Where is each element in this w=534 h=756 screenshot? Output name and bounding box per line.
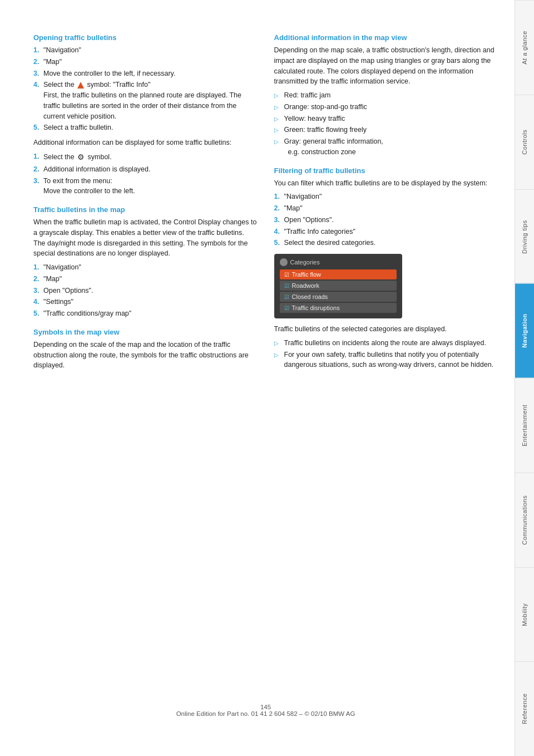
page-container: Opening traffic bulletins 1. "Navigation…: [0, 0, 534, 756]
opening-traffic-title: Opening traffic bulletins: [33, 33, 258, 42]
list-item: 2. "Map": [33, 274, 258, 284]
additional-steps-list: 1. Select the ⚙ symbol. 2. Additional in…: [33, 151, 258, 197]
sidebar-item-controls[interactable]: Controls: [515, 95, 534, 189]
traffic-bulletins-map-title: Traffic bulletins in the map: [33, 205, 258, 214]
filtering-title: Filtering of traffic bulletins: [274, 166, 498, 175]
cat-label: Roadwork: [292, 282, 320, 289]
step-num: 5.: [33, 308, 39, 319]
cat-label: Closed roads: [292, 293, 328, 300]
sidebar-item-reference[interactable]: Reference: [515, 661, 534, 756]
cat-icon: [280, 258, 288, 266]
step-num: 2.: [274, 203, 280, 214]
traffic-selected-text: Traffic bulletins of the selected catego…: [274, 324, 498, 335]
left-column: Opening traffic bulletins 1. "Navigation…: [33, 33, 258, 693]
menu-symbol: ⚙: [77, 151, 85, 163]
list-item: 1. "Navigation": [33, 262, 258, 273]
list-item: 3. Open "Options".: [274, 215, 498, 225]
right-column: Additional information in the map view D…: [274, 33, 498, 693]
cat-item-traffic-flow: ☑ Traffic flow: [280, 269, 397, 279]
list-item: Yellow: heavy traffic: [274, 114, 498, 124]
color-bullets-list: Red: traffic jam Orange: stop-and-go tra…: [274, 90, 498, 158]
list-item: Gray: general traffic information, e.g. …: [274, 136, 498, 158]
step-num: 2.: [33, 164, 39, 175]
traffic-map-steps-list: 1. "Navigation" 2. "Map" 3. Open "Option…: [33, 262, 258, 319]
page-number: 145: [33, 704, 498, 710]
list-item: Green: traffic flowing freely: [274, 125, 498, 135]
traffic-bulletins-map-text: When the traffic bulletin map is activat…: [33, 217, 258, 259]
list-item: 5. Select the desired categories.: [274, 238, 498, 248]
symbols-map-title: Symbols in the map view: [33, 328, 258, 336]
opening-steps-list: 1. "Navigation" 2. "Map" 3. Move the con…: [33, 45, 258, 133]
step-num: 3.: [33, 286, 39, 296]
check-icon: ☑: [284, 272, 289, 278]
filtering-steps-list: 1. "Navigation" 2. "Map" 3. Open "Option…: [274, 192, 498, 248]
cat-label: Traffic flow: [292, 271, 322, 278]
list-item: 2. Additional information is displayed.: [33, 164, 258, 175]
list-item: 3. To exit from the menu:Move the contro…: [33, 176, 258, 197]
list-item: 5. Select a traffic bulletin.: [33, 122, 258, 133]
step-num: 1.: [274, 192, 280, 202]
sidebar-item-navigation[interactable]: Navigation: [515, 283, 534, 378]
sidebar-item-communications[interactable]: Communications: [515, 473, 534, 567]
list-item: Orange: stop-and-go traffic: [274, 102, 498, 112]
list-item: 5. "Traffic conditions/gray map": [33, 308, 258, 319]
cat-item-traffic-disruptions: ☑ Traffic disruptions: [280, 303, 397, 313]
step-num: 3.: [33, 68, 39, 79]
list-item: 3. Move the controller to the left, if n…: [33, 68, 258, 79]
sidebar-item-entertainment[interactable]: Entertainment: [515, 378, 534, 473]
page-footer: 145 Online Edition for Part no. 01 41 2 …: [33, 693, 498, 723]
cat-item-closed-roads: ☑ Closed roads: [280, 292, 397, 302]
list-item: 4. "Settings": [33, 297, 258, 307]
list-item: Traffic bulletins on incidents along the…: [274, 338, 498, 348]
symbols-map-text: Depending on the scale of the map and th…: [33, 340, 258, 371]
step-num: 5.: [274, 238, 280, 248]
step-num: 1.: [33, 262, 39, 273]
list-item: For your own safety, traffic bulletins t…: [274, 350, 498, 371]
list-item: 4. Select the symbol: "Traffic Info" Fir…: [33, 80, 258, 121]
list-item: 1. Select the ⚙ symbol.: [33, 151, 258, 163]
step-num: 4.: [274, 227, 280, 237]
step-num: 1.: [33, 45, 39, 56]
additional-intro: Additional information can be displayed …: [33, 138, 258, 148]
step-num: 3.: [33, 176, 39, 186]
list-item: 3. Open "Options".: [33, 286, 258, 296]
list-item: 1. "Navigation": [274, 192, 498, 202]
step-num: 5.: [33, 122, 39, 133]
step-num: 1.: [33, 151, 39, 162]
cat-item-roadwork: ☑ Roadwork: [280, 281, 397, 291]
triangle-symbol: [77, 82, 84, 89]
list-item: 4. "Traffic Info categories": [274, 227, 498, 237]
categories-screenshot: Categories ☑ Traffic flow ☑ Roadwork ☑ C…: [274, 254, 402, 318]
step-num: 3.: [274, 215, 280, 225]
check-icon: ☑: [284, 294, 289, 300]
categories-label: Categories: [290, 259, 320, 266]
main-content: Opening traffic bulletins 1. "Navigation…: [0, 0, 515, 756]
two-columns: Opening traffic bulletins 1. "Navigation…: [33, 33, 498, 693]
sidebar-item-at-a-glance[interactable]: At a glance: [515, 0, 534, 95]
additional-info-text: Depending on the map scale, a traffic ob…: [274, 45, 498, 87]
step-num: 4.: [33, 297, 39, 307]
check-icon: ☑: [284, 283, 289, 289]
copyright-text: Online Edition for Part no. 01 41 2 604 …: [33, 710, 498, 717]
additional-info-title: Additional information in the map view: [274, 33, 498, 42]
list-item: 2. "Map": [33, 57, 258, 67]
list-item: Red: traffic jam: [274, 90, 498, 101]
sidebar-item-driving-tips[interactable]: Driving tips: [515, 189, 534, 284]
check-icon: ☑: [284, 305, 289, 311]
always-bullets-list: Traffic bulletins on incidents along the…: [274, 338, 498, 370]
sidebar: At a glance Controls Driving tips Naviga…: [515, 0, 534, 756]
list-item: 1. "Navigation": [33, 45, 258, 56]
step-num: 2.: [33, 57, 39, 67]
step-num: 2.: [33, 274, 39, 284]
list-item: 2. "Map": [274, 203, 498, 214]
sidebar-item-mobility[interactable]: Mobility: [515, 567, 534, 662]
step-num: 4.: [33, 80, 39, 90]
cat-label: Traffic disruptions: [292, 305, 340, 311]
filtering-text: You can filter which traffic bulletins a…: [274, 178, 498, 189]
